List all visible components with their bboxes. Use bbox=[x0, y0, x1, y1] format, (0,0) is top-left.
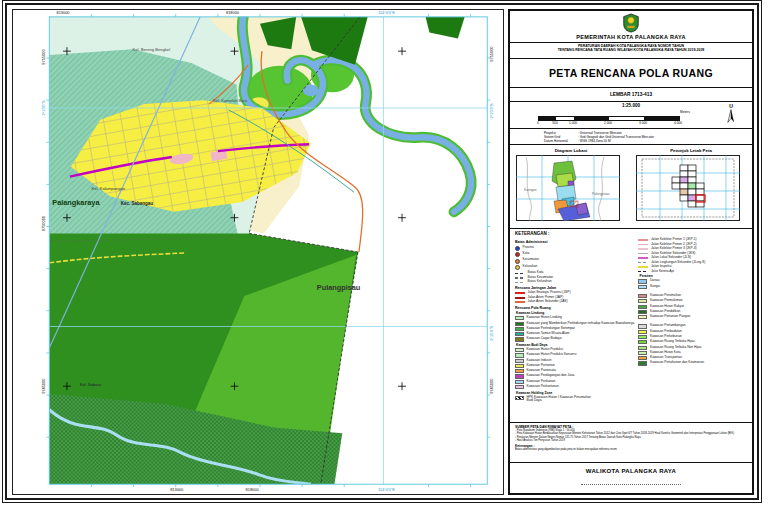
line-swatch bbox=[515, 301, 525, 303]
legend-item: Kawasan Pertambangan bbox=[638, 324, 748, 328]
legend-item: Kawasan Ruang Terbuka Hijau bbox=[638, 340, 748, 344]
fill-swatch bbox=[515, 337, 524, 341]
label-kec-sabangau: Kec. Sabangau bbox=[121, 201, 154, 206]
line-swatch bbox=[638, 271, 648, 273]
grid-label-top-1: 813000 bbox=[57, 10, 71, 15]
grid-label-left-geo: 2°10'0"S bbox=[41, 100, 46, 115]
legend-item: Jalan Lokal Sekunder (JLS) bbox=[638, 256, 748, 259]
map-panel: Kel. Bereng Bengkel Kel. Kameloh Baru Ke… bbox=[12, 9, 504, 495]
legend-section: KETERANGAN : Batas Administrasi Provinsi… bbox=[510, 229, 752, 423]
location-diagram: Diagram Lokasi bbox=[516, 148, 626, 225]
grid-label-right-2: 9745000 bbox=[489, 378, 494, 394]
line-swatch bbox=[638, 239, 648, 241]
scale-bar: 05001.0002.0003.0004.000 Meters bbox=[538, 113, 688, 127]
scale-ratio: 1:25.000 bbox=[510, 103, 752, 108]
legend-heading: KETERANGAN : bbox=[515, 231, 748, 236]
legend-item: Batas Kelurahan bbox=[515, 280, 638, 283]
fill-swatch bbox=[638, 356, 647, 360]
insets-section: Diagram Lokasi bbox=[510, 145, 752, 229]
legend-item: Jalan Inspeksi bbox=[638, 265, 748, 268]
sources-section: SUMBER PETA DAN RIWAYAT PETA : Peta Rupa… bbox=[510, 423, 752, 463]
title-section: PETA RENCANA POLA RUANG bbox=[510, 59, 752, 88]
sheet-index-diagram: Petunjuk Letak Peta bbox=[636, 148, 746, 225]
fill-swatch bbox=[515, 385, 524, 389]
hatch-swatch bbox=[515, 396, 524, 400]
line-swatch bbox=[638, 266, 648, 268]
legend-item: Kawasan Permukiman bbox=[638, 299, 748, 303]
fill-swatch bbox=[515, 327, 524, 331]
fill-swatch bbox=[638, 315, 647, 319]
line-swatch bbox=[638, 253, 648, 255]
label-pulangpisau: Pulangpisau bbox=[317, 283, 361, 292]
legend-item: Kawasan Pertahanan dan Keamanan bbox=[638, 361, 748, 365]
fill-swatch bbox=[638, 340, 647, 344]
regulation-text: PERATURAN DAERAH KOTA PALANGKA RAYA NOMO… bbox=[510, 42, 752, 53]
city-emblem-icon bbox=[622, 13, 640, 33]
map-title: PETA RENCANA POLA RUANG bbox=[549, 67, 713, 79]
line-swatch bbox=[515, 282, 525, 284]
fill-swatch bbox=[515, 353, 524, 357]
roads-heading: Rencana Jaringan Jalan bbox=[515, 286, 638, 290]
map-sheet: Kel. Bereng Bengkel Kel. Kameloh Baru Ke… bbox=[5, 3, 759, 500]
grid-label-left-3: 9745000 bbox=[41, 378, 46, 394]
projection-value: : WGS 1984 Zona 50 M bbox=[578, 139, 611, 143]
fill-swatch bbox=[638, 335, 647, 339]
grid-label-left-1: 9755000 bbox=[41, 49, 46, 65]
fill-swatch bbox=[638, 310, 647, 314]
fill-swatch bbox=[515, 374, 524, 378]
scale-tick-label: 2.000 bbox=[604, 121, 612, 125]
scale-tick-label: 4.000 bbox=[674, 121, 682, 125]
projection-section: Proyeksi : Universal Transverse Mercator… bbox=[510, 129, 752, 145]
point-marker bbox=[515, 246, 520, 251]
legend-item: Kawasan Hutan Produksi Konversi bbox=[515, 353, 638, 357]
line-swatch bbox=[638, 244, 648, 246]
scale-tick-label: 3.000 bbox=[639, 121, 647, 125]
fill-swatch bbox=[638, 299, 647, 303]
projection-row: Datum Horizontal : WGS 1984 Zona 50 M bbox=[544, 139, 752, 143]
point-marker bbox=[515, 259, 520, 264]
map-layers bbox=[47, 17, 487, 484]
fill-swatch bbox=[515, 348, 524, 352]
line-swatch bbox=[515, 277, 525, 279]
grid-label-bottom-1: 813000 bbox=[170, 487, 184, 492]
sheet-number-section: LEMBAR 1713-413 bbox=[510, 88, 752, 102]
legend-item: Jalan Kolektor Primer 1 (JKP-1) bbox=[638, 238, 748, 241]
grid-label-top-2: 818000 bbox=[226, 10, 240, 15]
mayor-title: WALIKOTA PALANGKA RAYA bbox=[510, 468, 752, 474]
legend-item: Kawasan Pertanian Pangan bbox=[638, 315, 748, 319]
label-sabaru: Kel. Sabaru bbox=[80, 382, 102, 387]
label-kameloh-baru: Kel. Kameloh Baru bbox=[213, 98, 248, 103]
sheet-index-map bbox=[636, 155, 740, 221]
grid-label-bottom-geo: 114°0'0"E bbox=[378, 487, 395, 492]
legend-item: Kawasan Cagar Budaya bbox=[515, 337, 638, 341]
legend-item: Jalan Kolektor Primer 3 (JKP-3) bbox=[638, 247, 748, 250]
legend-item: Danau bbox=[638, 279, 748, 283]
diagram-label-pulangpisau: Pulangpisau bbox=[592, 192, 610, 196]
legend-item-holding: HPK Kawasan Hutan / Kawasan Perumahan Bu… bbox=[515, 396, 638, 403]
grid-label-bottom-2: 818000 bbox=[246, 487, 260, 492]
location-diagram-title: Diagram Lokasi bbox=[516, 148, 626, 153]
fill-swatch bbox=[638, 346, 647, 350]
grid-label-top-geo: 114°0'0"E bbox=[378, 10, 395, 15]
diagram-label-katingan: Katingan bbox=[524, 188, 537, 192]
scale-section: 1:25.000 05001.0002.0003.0004.000 Meters… bbox=[510, 102, 752, 129]
scale-tick-label: 500 bbox=[552, 121, 557, 125]
line-swatch bbox=[515, 273, 525, 275]
grid-label-right-1: 9755000 bbox=[489, 46, 494, 62]
fill-swatch bbox=[515, 316, 524, 320]
label-kalampangan: Kel. Kalampangan bbox=[91, 186, 125, 191]
fill-swatch bbox=[638, 330, 647, 334]
line-swatch bbox=[515, 292, 525, 294]
legend-item: Kawasan Hutan Lindung bbox=[515, 316, 638, 320]
fill-swatch bbox=[515, 332, 524, 336]
fill-swatch bbox=[638, 324, 647, 328]
regulation-line-2: TENTANG RENCANA TATA RUANG WILAYAH KOTA … bbox=[510, 48, 752, 52]
scale-tick-label: 1.000 bbox=[569, 121, 577, 125]
signature-section: WALIKOTA PALANGKA RAYA bbox=[510, 463, 752, 493]
admin-heading: Batas Administrasi bbox=[515, 240, 638, 244]
holding-line-2: Budi Daya bbox=[527, 398, 542, 402]
legend-item: Sungai bbox=[638, 285, 748, 289]
fill-swatch bbox=[638, 279, 647, 283]
legend-item: Provinsi bbox=[515, 246, 638, 251]
north-arrow-icon bbox=[725, 108, 737, 124]
